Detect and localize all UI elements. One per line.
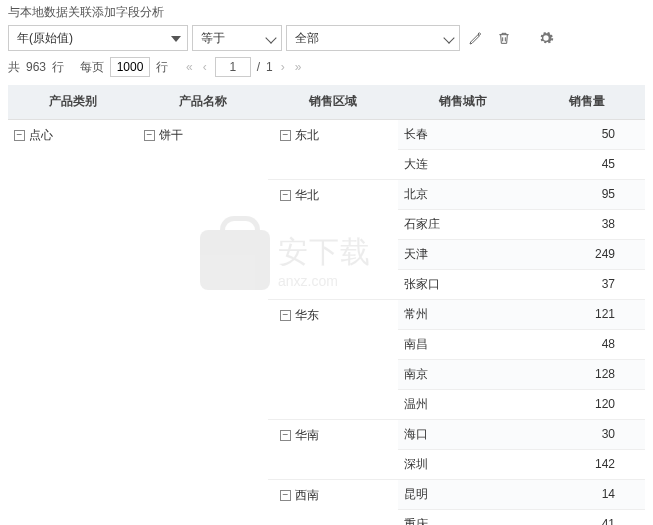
- current-page-box[interactable]: 1: [215, 57, 251, 77]
- field-dropdown-label: 年(原始值): [17, 30, 73, 47]
- page-separator: /: [257, 60, 260, 74]
- pager: 共 963 行 每页 行 « ‹ 1 / 1 › »: [8, 57, 645, 77]
- gear-icon: [538, 30, 554, 46]
- city-cell: 南京: [398, 359, 528, 389]
- operator-dropdown[interactable]: 等于: [192, 25, 282, 51]
- city-cell: 常州: [398, 299, 528, 329]
- collapse-icon[interactable]: −: [280, 130, 291, 141]
- collapse-icon[interactable]: −: [280, 310, 291, 321]
- qty-cell: 50: [528, 119, 645, 149]
- data-table: 产品类别 产品名称 销售区域 销售城市 销售量 −点心−饼干−东北长春50大连4…: [8, 85, 645, 525]
- col-city[interactable]: 销售城市: [398, 85, 528, 119]
- chevron-down-icon: [171, 31, 181, 45]
- trash-icon: [496, 30, 512, 46]
- delete-button[interactable]: [492, 26, 516, 50]
- city-cell: 海口: [398, 419, 528, 449]
- pager-rows-suffix2: 行: [156, 59, 168, 76]
- table-row: −点心−饼干−东北长春50: [8, 119, 645, 149]
- page-title: 与本地数据关联添加字段分析: [8, 4, 645, 21]
- total-pages: 1: [266, 60, 273, 74]
- collapse-icon[interactable]: −: [14, 130, 25, 141]
- col-category[interactable]: 产品类别: [8, 85, 138, 119]
- qty-cell: 37: [528, 269, 645, 299]
- qty-cell: 41: [528, 509, 645, 525]
- city-cell: 温州: [398, 389, 528, 419]
- region-cell: 华北: [295, 187, 319, 204]
- last-page-button[interactable]: »: [293, 60, 304, 74]
- qty-cell: 48: [528, 329, 645, 359]
- prev-page-button[interactable]: ‹: [201, 60, 209, 74]
- qty-cell: 128: [528, 359, 645, 389]
- city-cell: 天津: [398, 239, 528, 269]
- city-cell: 南昌: [398, 329, 528, 359]
- category-cell: 点心: [29, 127, 53, 144]
- city-cell: 张家口: [398, 269, 528, 299]
- chevron-down-icon: [445, 31, 453, 45]
- qty-cell: 142: [528, 449, 645, 479]
- qty-cell: 249: [528, 239, 645, 269]
- city-cell: 长春: [398, 119, 528, 149]
- qty-cell: 30: [528, 419, 645, 449]
- collapse-icon[interactable]: −: [280, 190, 291, 201]
- region-cell: 西南: [295, 487, 319, 504]
- edit-button[interactable]: [464, 26, 488, 50]
- city-cell: 昆明: [398, 479, 528, 509]
- col-product[interactable]: 产品名称: [138, 85, 268, 119]
- pager-rows-suffix: 行: [52, 59, 64, 76]
- field-dropdown[interactable]: 年(原始值): [8, 25, 188, 51]
- collapse-icon[interactable]: −: [280, 430, 291, 441]
- city-cell: 北京: [398, 179, 528, 209]
- region-cell: 华南: [295, 427, 319, 444]
- next-page-button[interactable]: ›: [279, 60, 287, 74]
- city-cell: 大连: [398, 149, 528, 179]
- col-qty[interactable]: 销售量: [528, 85, 645, 119]
- collapse-icon[interactable]: −: [280, 490, 291, 501]
- first-page-button[interactable]: «: [184, 60, 195, 74]
- per-page-input[interactable]: [110, 57, 150, 77]
- col-region[interactable]: 销售区域: [268, 85, 398, 119]
- qty-cell: 45: [528, 149, 645, 179]
- city-cell: 石家庄: [398, 209, 528, 239]
- operator-dropdown-label: 等于: [201, 30, 225, 47]
- qty-cell: 120: [528, 389, 645, 419]
- pager-pre: 共: [8, 59, 20, 76]
- pager-per-page-label: 每页: [80, 59, 104, 76]
- collapse-icon[interactable]: −: [144, 130, 155, 141]
- region-cell: 华东: [295, 307, 319, 324]
- value-dropdown[interactable]: 全部: [286, 25, 460, 51]
- settings-button[interactable]: [534, 26, 558, 50]
- city-cell: 深圳: [398, 449, 528, 479]
- table-header-row: 产品类别 产品名称 销售区域 销售城市 销售量: [8, 85, 645, 119]
- filter-bar: 年(原始值) 等于 全部: [8, 25, 645, 51]
- city-cell: 重庆: [398, 509, 528, 525]
- qty-cell: 121: [528, 299, 645, 329]
- qty-cell: 95: [528, 179, 645, 209]
- region-cell: 东北: [295, 127, 319, 144]
- value-dropdown-label: 全部: [295, 30, 319, 47]
- qty-cell: 14: [528, 479, 645, 509]
- product-cell: 饼干: [159, 127, 183, 144]
- chevron-down-icon: [267, 31, 275, 45]
- pager-total: 963: [26, 60, 46, 74]
- pencil-icon: [468, 30, 484, 46]
- qty-cell: 38: [528, 209, 645, 239]
